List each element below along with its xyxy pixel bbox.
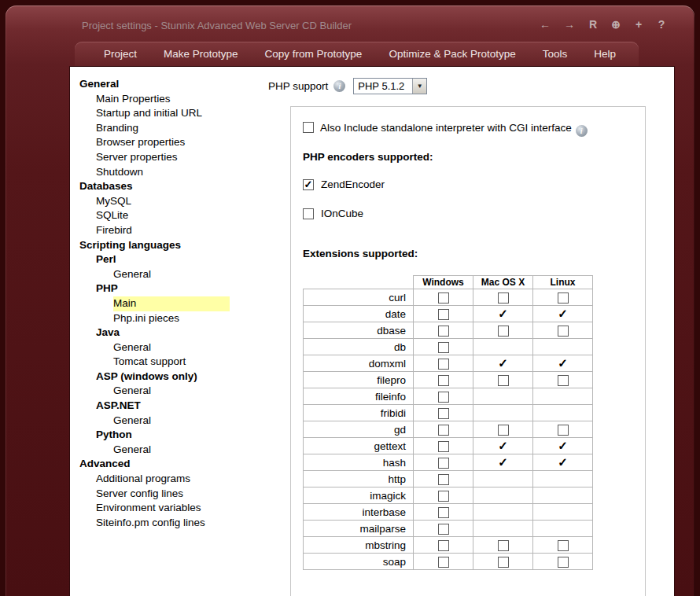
extension-checkbox[interactable] [438,309,449,320]
forward-button[interactable]: → [564,18,575,31]
sidebar-item-additional-programs[interactable]: Additional programs [96,472,268,487]
extension-cell-checkbox [473,372,533,388]
menu-item-project[interactable]: Project [90,48,150,60]
extension-checkbox[interactable] [498,326,509,337]
sidebar-item-php-ini-pieces[interactable]: Php.ini pieces [113,311,268,326]
extension-checkbox[interactable] [438,342,449,353]
sidebar-item-browser-properties[interactable]: Browser properties [96,135,268,150]
extension-checkbox[interactable] [438,557,449,568]
info-icon[interactable]: i [333,80,345,92]
extension-checkbox[interactable] [438,507,449,518]
php-support-label: PHP support [268,80,328,92]
extension-checkbox[interactable] [438,458,449,469]
extension-checkbox[interactable] [438,425,449,436]
sidebar-item-siteinfo-pm-config-lines[interactable]: Siteinfo.pm config lines [96,516,268,531]
extension-cell-checkbox [414,405,473,421]
info-icon[interactable]: i [576,125,588,137]
extension-checkbox[interactable] [498,292,509,304]
menu-item-help[interactable]: Help [580,48,629,60]
sidebar-item-startup-and-initial-url[interactable]: Startup and initial URL [96,106,268,121]
extension-header-empty [304,276,414,289]
back-button[interactable]: ← [540,18,551,31]
menu-item-copy-from-prototype[interactable]: Copy from Prototype [252,48,376,60]
reload-button[interactable]: R [588,18,598,31]
sidebar-item-general[interactable]: General [113,414,268,429]
extension-cell-checkbox [473,421,533,438]
encoder-checkbox-ioncube[interactable] [303,208,314,219]
zoom-button[interactable]: ⊕ [611,18,621,31]
extension-checkbox[interactable] [558,557,569,568]
sidebar-item-label: General [113,268,151,280]
dropdown-arrow-icon[interactable]: ▼ [412,79,426,94]
sidebar-item-general[interactable]: General [113,267,268,282]
sidebar-item-label: ASP (windows only) [96,370,197,382]
menu-item-make-prototype[interactable]: Make Prototype [150,48,252,60]
sidebar-item-label: Tomcat support [113,355,186,367]
extension-checkbox[interactable] [558,292,569,304]
extension-checkbox[interactable] [438,441,449,452]
sidebar-item-shutdown[interactable]: Shutdown [96,165,268,180]
menu-item-tools[interactable]: Tools [529,48,581,60]
extension-row-mailparse: mailparse [304,521,593,537]
sidebar-item-asp-net[interactable]: ASP.NET [96,399,268,414]
cgi-checkbox[interactable] [303,122,314,133]
extension-checkbox[interactable] [438,491,449,502]
php-version-select[interactable]: PHP 5.1.2 ▼ [353,78,427,94]
sidebar-item-label: Php.ini pieces [113,312,179,324]
sidebar-item-environment-variables[interactable]: Environment variables [96,501,268,516]
extension-checkbox[interactable] [558,425,569,436]
sidebar-item-databases[interactable]: Databases [79,179,268,194]
extension-cell-empty [533,388,593,405]
extension-checkbox[interactable] [498,540,509,551]
extension-checkbox[interactable] [498,375,509,386]
sidebar-item-java[interactable]: Java [96,326,268,340]
sidebar-item-general[interactable]: General [113,340,268,355]
titlebar[interactable]: Project settings - Stunnix Advanced Web … [6,17,694,39]
sidebar-item-php[interactable]: PHP [96,281,268,296]
sidebar-item-firebird[interactable]: Firebird [96,223,268,238]
sidebar-item-mysql[interactable]: MySQL [96,194,268,209]
sidebar-item-scripting-languages[interactable]: Scripting languages [79,238,268,253]
help-button[interactable]: ? [657,18,666,31]
sidebar-item-branding[interactable]: Branding [96,121,268,136]
sidebar-item-label: Python [96,429,132,440]
extension-checkbox[interactable] [438,540,449,551]
extension-cell-checkbox [414,537,473,554]
sidebar-item-general[interactable]: General [113,443,268,458]
sidebar-item-python[interactable]: Python [96,428,268,443]
extension-checkbox[interactable] [438,408,449,419]
cgi-option-label: Also Include standalone interpreter with… [320,122,572,134]
sidebar-item-sqlite[interactable]: SQLite [96,208,268,223]
extension-cell-checkbox [414,504,473,521]
extension-checkbox[interactable] [438,524,449,535]
extension-name: gd [304,421,414,438]
extension-checkbox[interactable] [558,326,569,337]
extension-checkbox[interactable] [438,375,449,386]
sidebar-item-server-properties[interactable]: Server properties [96,150,268,165]
sidebar-item-general[interactable]: General [79,77,268,92]
extension-checkbox[interactable] [558,375,569,386]
sidebar-item-general[interactable]: General [113,384,268,399]
sidebar-item-main-properties[interactable]: Main Properties [96,92,268,107]
sidebar-item-server-config-lines[interactable]: Server config lines [96,487,268,502]
sidebar-item-advanced[interactable]: Advanced [79,457,268,472]
sidebar-item-main[interactable]: Main [113,296,268,311]
extension-cell-check: ✓ [473,355,533,372]
add-button[interactable]: + [634,18,643,31]
extension-checkbox[interactable] [438,292,449,304]
sidebar-item-asp-windows-only[interactable]: ASP (windows only) [96,370,268,384]
extension-checkbox[interactable] [438,474,449,485]
extension-cell-checkbox [414,339,473,355]
encoder-checkbox-zendencoder[interactable]: ✓ [303,179,314,190]
extension-checkbox[interactable] [438,392,449,403]
extension-checkbox[interactable] [438,359,449,370]
extension-checkbox[interactable] [498,425,509,436]
sidebar-item-perl[interactable]: Perl [96,252,268,267]
sidebar-item-label: General [113,414,151,426]
extension-cell-checkbox [533,372,593,388]
sidebar-item-tomcat-support[interactable]: Tomcat support [113,355,268,370]
extension-checkbox[interactable] [498,557,509,568]
extension-checkbox[interactable] [558,540,569,551]
extension-checkbox[interactable] [438,326,449,337]
menu-item-optimize-pack-prototype[interactable]: Optimize & Pack Prototype [375,48,529,60]
